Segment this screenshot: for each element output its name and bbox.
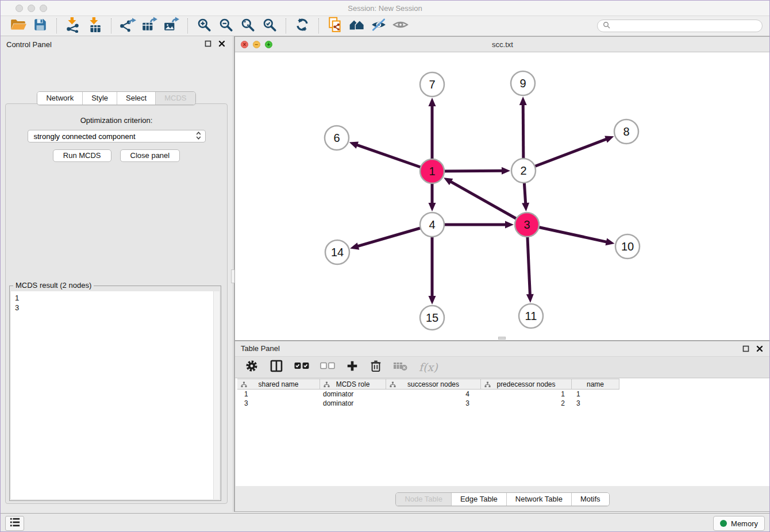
table-settings-button[interactable]	[245, 359, 259, 375]
column-header-mcds-role[interactable]: MCDS role	[320, 379, 386, 389]
toolbar-separator	[187, 18, 188, 33]
deselect-all-button[interactable]	[320, 362, 335, 372]
zoom-selected-button[interactable]	[259, 17, 280, 34]
refresh-icon	[295, 17, 310, 34]
mcds-result-group: MCDS result (2 nodes) 1 3	[9, 286, 221, 501]
float-table-panel-icon[interactable]	[742, 342, 749, 357]
node-11[interactable]: 11	[519, 304, 543, 328]
close-panel-icon[interactable]	[218, 36, 225, 53]
node-3[interactable]: 3	[515, 213, 539, 237]
network-minimize-button[interactable]: −	[253, 41, 260, 48]
control-panel-tabs: NetworkStyleSelectMCDS	[37, 91, 195, 105]
cell-name[interactable]: 1	[572, 390, 619, 399]
float-panel-icon[interactable]	[205, 36, 211, 53]
delete-table-button[interactable]	[393, 360, 408, 375]
list-icon	[9, 517, 21, 530]
table-row[interactable]: 3dominator323	[237, 399, 769, 408]
add-column-button[interactable]	[346, 360, 359, 375]
run-mcds-button[interactable]: Run MCDS	[53, 149, 111, 162]
app-titlebar: Session: New Session	[1, 1, 769, 16]
zoom-out-button[interactable]	[215, 17, 237, 34]
tab-motifs[interactable]: Motifs	[571, 493, 609, 506]
search-box	[597, 20, 763, 32]
edge-3-1[interactable]	[449, 181, 527, 225]
export-network-icon	[119, 17, 136, 35]
graph-edges	[349, 97, 615, 304]
refresh-layout-button[interactable]	[291, 17, 313, 34]
cell-shared-name[interactable]: 1	[237, 390, 320, 399]
export-image-button[interactable]	[160, 17, 182, 34]
node-15[interactable]: 15	[420, 306, 444, 330]
node-6[interactable]: 6	[325, 126, 349, 150]
node-7[interactable]: 7	[420, 72, 444, 97]
column-header-shared-name[interactable]: shared name	[237, 379, 320, 389]
table-panel-title: Table Panel	[241, 344, 280, 353]
tab-style[interactable]: Style	[82, 92, 117, 105]
home-view-button[interactable]	[346, 17, 368, 34]
svg-text:11: 11	[525, 310, 537, 322]
save-session-button[interactable]	[29, 17, 51, 34]
cell-predecessor-nodes[interactable]: 1	[481, 390, 572, 399]
svg-text:7: 7	[429, 78, 435, 91]
import-table-button[interactable]	[84, 17, 106, 34]
eye-icon	[392, 17, 409, 34]
cell-successor-nodes[interactable]: 4	[386, 390, 481, 399]
node-1[interactable]: 1	[420, 159, 444, 183]
network-maximize-button[interactable]: +	[265, 41, 272, 48]
mcds-panel: Optimization criterion: strongly connect…	[5, 103, 228, 504]
node-9[interactable]: 9	[511, 71, 535, 95]
cell-successor-nodes[interactable]: 3	[386, 399, 481, 408]
tab-node-table[interactable]: Node Table	[396, 493, 451, 506]
tab-mcds[interactable]: MCDS	[155, 92, 195, 105]
show-columns-button[interactable]	[270, 359, 283, 375]
cell-shared-name[interactable]: 3	[237, 399, 320, 408]
select-all-button[interactable]	[294, 362, 309, 372]
export-network-button[interactable]	[117, 17, 138, 34]
column-header-successor-nodes[interactable]: successor nodes	[386, 379, 481, 389]
memory-label: Memory	[731, 519, 758, 528]
search-input[interactable]	[613, 21, 757, 31]
export-image-icon	[163, 17, 180, 35]
network-canvas[interactable]: 7968124314101511	[235, 52, 770, 340]
close-table-panel-icon[interactable]	[756, 342, 763, 357]
hide-selected-button[interactable]	[368, 17, 390, 34]
column-header-name[interactable]: name	[572, 379, 619, 389]
cell-name[interactable]: 3	[572, 399, 619, 408]
import-network-button[interactable]	[62, 17, 84, 34]
node-8[interactable]: 8	[614, 119, 638, 144]
tab-edge-table[interactable]: Edge Table	[451, 493, 506, 506]
delete-column-button[interactable]	[369, 359, 382, 375]
optimization-select[interactable]: strongly connected component	[28, 130, 206, 142]
column-header-predecessor-nodes[interactable]: predecessor nodes	[481, 379, 572, 389]
tab-network[interactable]: Network	[37, 92, 82, 105]
cell-mcds-role[interactable]: dominator	[320, 390, 386, 399]
edge-2-8[interactable]	[523, 138, 607, 171]
function-builder-button[interactable]: f(x)	[419, 361, 438, 373]
node-10[interactable]: 10	[615, 234, 640, 259]
export-table-button[interactable]	[138, 17, 160, 34]
tab-network-table[interactable]: Network Table	[506, 493, 571, 506]
zoom-out-icon	[218, 17, 233, 34]
zoom-in-icon	[197, 17, 211, 34]
cell-mcds-role[interactable]: dominator	[320, 399, 386, 408]
node-4[interactable]: 4	[420, 213, 444, 237]
toolbar-separator	[318, 18, 319, 33]
close-panel-button[interactable]: Close panel	[120, 149, 180, 162]
tab-select[interactable]: Select	[117, 92, 155, 105]
network-resize-handle[interactable]	[498, 337, 506, 340]
table-row[interactable]: 1dominator411	[237, 390, 769, 399]
mcds-result-scrollbar[interactable]	[213, 291, 220, 499]
network-close-button[interactable]: ×	[241, 41, 248, 48]
open-session-button[interactable]	[7, 17, 29, 34]
node-2[interactable]: 2	[511, 159, 536, 183]
cell-predecessor-nodes[interactable]: 2	[481, 399, 572, 408]
show-all-button[interactable]	[390, 17, 411, 34]
node-14[interactable]: 14	[325, 240, 349, 264]
clone-network-button[interactable]	[324, 17, 346, 34]
export-table-icon	[141, 17, 158, 35]
zoom-fit-button[interactable]	[237, 17, 259, 34]
zoom-in-button[interactable]	[193, 17, 215, 34]
mcds-result-text: 1 3	[11, 291, 213, 499]
task-list-button[interactable]	[5, 516, 24, 531]
memory-button[interactable]: Memory	[713, 516, 765, 531]
